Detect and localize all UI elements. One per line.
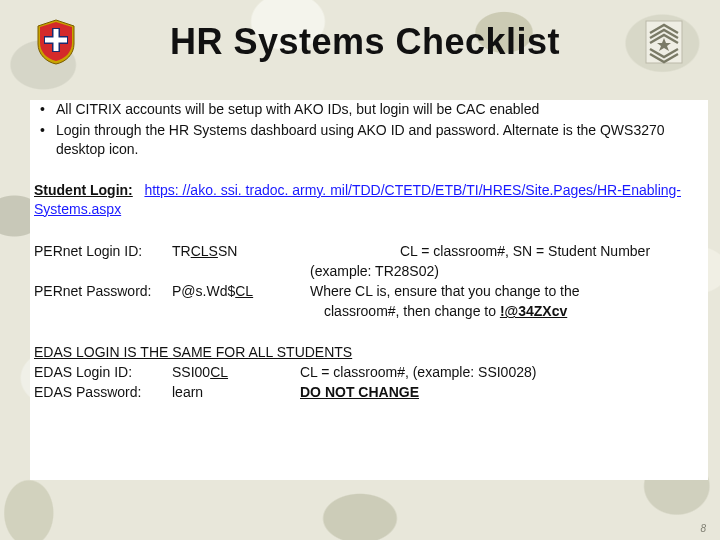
svg-rect-3 xyxy=(45,38,67,43)
edas-id-value: SSI00CL xyxy=(172,363,292,382)
edas-id-prefix: SSI00 xyxy=(172,364,210,380)
edas-note1: CL = classroom#, (example: SSI0028) xyxy=(300,363,686,382)
bullet-list: All CITRIX accounts will be setup with A… xyxy=(34,100,686,159)
pernet-id-ul: CLS xyxy=(191,243,218,259)
pernet-id-suffix: SN xyxy=(218,243,237,259)
pernet-pw-prefix: P@s.Wd$ xyxy=(172,283,235,299)
pernet-note1: CL = classroom#, SN = Student Number xyxy=(310,242,686,261)
student-login-line: Student Login: https: //ako. ssi. tradoc… xyxy=(34,181,686,219)
pernet-id-value: TRCLSSN xyxy=(172,242,302,261)
edas-id-ul: CL xyxy=(210,364,228,380)
list-item: All CITRIX accounts will be setup with A… xyxy=(40,100,686,119)
edas-pw-label: EDAS Password: xyxy=(34,383,164,402)
list-item: Login through the HR Systems dashboard u… xyxy=(40,121,686,159)
slide-body: All CITRIX accounts will be setup with A… xyxy=(28,70,692,402)
pernet-pw-ul: CL xyxy=(235,283,253,299)
pernet-pw-label: PERnet Password: xyxy=(34,282,164,301)
header-row: HR Systems Checklist xyxy=(28,8,692,70)
student-login-label: Student Login: xyxy=(34,182,133,198)
pernet-note3b: classroom#, then change to !@34ZXcv xyxy=(310,302,686,321)
pernet-note3-pw: !@34ZXcv xyxy=(500,303,567,319)
pernet-id-prefix: TR xyxy=(172,243,191,259)
edas-note2: DO NOT CHANGE xyxy=(300,383,686,402)
pernet-note2: (example: TR28S02) xyxy=(310,262,686,281)
slide: HR Systems Checklist All CITRIX accounts… xyxy=(0,0,720,540)
page-title: HR Systems Checklist xyxy=(94,21,626,63)
left-insignia-icon xyxy=(28,14,84,70)
edas-pw-value: learn xyxy=(172,383,292,402)
pernet-pw-value: P@s.Wd$CL xyxy=(172,282,302,301)
pernet-table: PERnet Login ID: TRCLSSN CL = classroom#… xyxy=(34,242,686,321)
pernet-id-label: PERnet Login ID: xyxy=(34,242,164,261)
edas-header: EDAS LOGIN IS THE SAME FOR ALL STUDENTS xyxy=(34,343,686,362)
page-number: 8 xyxy=(700,523,706,534)
pernet-note3b-text: classroom#, then change to xyxy=(324,303,500,319)
pernet-note3a: Where CL is, ensure that you change to t… xyxy=(310,282,686,301)
edas-id-label: EDAS Login ID: xyxy=(34,363,164,382)
edas-table: EDAS LOGIN IS THE SAME FOR ALL STUDENTS … xyxy=(34,343,686,402)
right-insignia-icon xyxy=(636,14,692,70)
